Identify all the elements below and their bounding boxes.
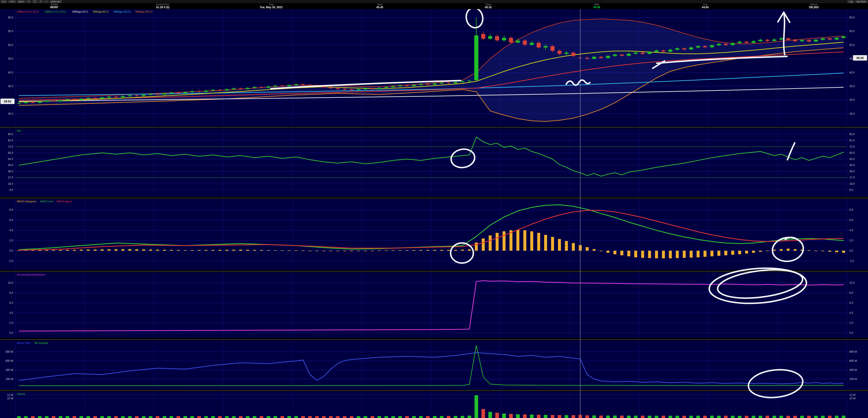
- price-panel[interactable]: 60.060.055.055.050.050.045.045.040.040.0…: [0, 9, 868, 127]
- svg-text:8.0: 8.0: [849, 208, 853, 212]
- svg-text:4.0: 4.0: [9, 311, 13, 315]
- svg-text:0.0: 0.0: [9, 331, 13, 334]
- open-field: Open 45.45: [326, 3, 434, 9]
- svg-text:45.0: 45.0: [8, 57, 13, 60]
- svg-text:29.52: 29.52: [4, 100, 11, 103]
- undo-last-button[interactable]: Undo Last: [50, 0, 62, 3]
- close-field: Close 45.32: [434, 3, 542, 9]
- svg-text:60.0: 60.0: [8, 16, 13, 19]
- volume-value: 292,852: [760, 6, 868, 9]
- svg-text:35.0: 35.0: [8, 85, 13, 88]
- draw-pencil-tool-icon[interactable]: ✎: [26, 0, 31, 3]
- svg-text:2.0: 2.0: [9, 239, 13, 242]
- trading-platform: ◫ ▾ 1 D ▾ Day ▾ ✎ ◯ T ⟋ Undo Last Log My…: [0, 0, 868, 418]
- close-value: 45.32: [434, 6, 542, 9]
- quote-header: Symbol MORF Current Price 61.28 0 (0) Ti…: [0, 3, 868, 9]
- svg-text:800 M: 800 M: [849, 350, 857, 353]
- svg-text:MACD Line: MACD Line: [40, 200, 53, 203]
- svg-text:72.0: 72.0: [849, 145, 855, 148]
- svg-text:Volume: Volume: [17, 392, 25, 395]
- aggregation-dropdown[interactable]: Day ▾: [17, 0, 26, 3]
- draw-ellipse-tool-icon[interactable]: ◯: [32, 0, 37, 3]
- svg-text:25.0: 25.0: [849, 112, 855, 116]
- top-toolbar: ◫ ▾ 1 D ▾ Day ▾ ✎ ◯ T ⟋ Undo Last Log My…: [0, 0, 868, 3]
- svg-text:63.0: 63.0: [8, 151, 13, 155]
- macd-panel[interactable]: 8.08.06.06.04.04.02.02.00.00.0-2.0-2.0MA…: [0, 199, 868, 270]
- ad-panel-background[interactable]: [0, 272, 868, 338]
- vol-panel[interactable]: 12 M12 M10 M10 MVolume: [0, 391, 868, 418]
- symbol-field: Symbol MORF: [0, 3, 108, 9]
- svg-text:4.0: 4.0: [849, 311, 853, 315]
- price-panel-background[interactable]: [0, 9, 868, 127]
- svg-text:400 M: 400 M: [849, 368, 857, 372]
- time-value: Tue, May 25, 2021: [217, 6, 326, 9]
- svg-text:25.0: 25.0: [8, 112, 13, 116]
- svg-text:-2.0: -2.0: [8, 259, 13, 263]
- svg-text:SMA(gp,50,C): SMA(gp,50,C): [93, 10, 108, 13]
- svg-text:400 M: 400 M: [6, 368, 13, 372]
- svg-text:40.0: 40.0: [849, 71, 855, 74]
- svg-text:63.0: 63.0: [849, 151, 855, 155]
- vol-legend: Volume: [17, 392, 25, 395]
- rsi-panel-background[interactable]: [0, 128, 868, 197]
- ad-legend: Accumulation/Distribution: [17, 273, 45, 276]
- svg-text:Accumulation/Distribution: Accumulation/Distribution: [17, 273, 45, 276]
- svg-text:LBB(m=2.0,s 20,C): LBB(m=2.0,s 20,C): [44, 10, 66, 13]
- svg-text:55.0: 55.0: [849, 30, 855, 33]
- svg-text:9.0: 9.0: [9, 188, 13, 192]
- svg-text:72.0: 72.0: [8, 145, 13, 148]
- svg-text:90.0: 90.0: [849, 133, 855, 136]
- svg-text:UBB(m=2.0,s 20,C): UBB(m=2.0,s 20,C): [17, 10, 39, 13]
- svg-text:45.0: 45.0: [849, 164, 855, 167]
- my-charts-button[interactable]: My Charts: [855, 0, 868, 3]
- svg-text:50.0: 50.0: [8, 43, 13, 46]
- high-field: High 46.98: [542, 3, 651, 9]
- chart-stack[interactable]: 60.060.055.055.050.050.045.045.040.040.0…: [0, 0, 868, 418]
- svg-text:8.0: 8.0: [9, 291, 13, 294]
- macd-panel-background[interactable]: [0, 199, 868, 270]
- svg-text:2.0: 2.0: [9, 321, 13, 324]
- draw-line-tool-icon[interactable]: ⟋: [44, 0, 49, 3]
- up-arrow-shaft[interactable]: [784, 12, 785, 55]
- svg-text:9.0: 9.0: [849, 188, 853, 192]
- vol-panel-background[interactable]: [0, 391, 868, 418]
- svg-text:40.0: 40.0: [8, 71, 13, 74]
- rsi-panel[interactable]: 90.090.081.081.072.072.063.063.054.054.0…: [0, 128, 868, 197]
- svg-text:10.0: 10.0: [849, 281, 855, 284]
- current-price-value: 61.28 0 (0): [108, 6, 217, 9]
- svg-text:12 M: 12 M: [7, 393, 13, 396]
- svg-text:4.0: 4.0: [9, 229, 13, 232]
- svg-text:200 M: 200 M: [849, 378, 857, 381]
- svg-text:12 M: 12 M: [849, 393, 856, 396]
- svg-text:Money Flow: Money Flow: [17, 342, 30, 344]
- high-value: 46.98: [542, 6, 651, 9]
- svg-text:0.0: 0.0: [849, 249, 853, 252]
- svg-text:54.0: 54.0: [849, 157, 855, 161]
- low-value: 44.65: [651, 6, 760, 9]
- svg-text:MACD Signal: MACD Signal: [57, 200, 72, 203]
- price-axis-bubble: 45.32: [853, 55, 867, 61]
- mf-panel[interactable]: 800 M800 M600 M600 M400 M400 M200 M200 M…: [0, 341, 868, 390]
- svg-text:10.0: 10.0: [8, 281, 13, 284]
- chart-style-dropdown[interactable]: ◫ ▾: [0, 0, 7, 3]
- svg-text:6.0: 6.0: [9, 301, 13, 304]
- svg-text:MACD Histogram: MACD Histogram: [17, 200, 36, 203]
- volume-field: Volume 292,852: [760, 3, 868, 9]
- log-scale-button[interactable]: Log: [847, 0, 854, 3]
- mf-panel-background[interactable]: [0, 341, 868, 390]
- draw-text-tool-icon[interactable]: T: [38, 0, 43, 3]
- svg-text:0.0: 0.0: [849, 331, 853, 334]
- timeframe-dropdown[interactable]: 1 D ▾: [8, 0, 16, 3]
- svg-text:10 M: 10 M: [7, 397, 13, 400]
- ad-panel[interactable]: 10.010.08.08.06.06.04.04.02.02.00.00.0Ac…: [0, 272, 868, 338]
- svg-text:600 M: 600 M: [6, 359, 13, 362]
- svg-text:81.0: 81.0: [849, 139, 855, 142]
- svg-text:8.0: 8.0: [9, 208, 13, 212]
- svg-text:30.0: 30.0: [849, 98, 855, 101]
- svg-text:8.0: 8.0: [849, 291, 853, 294]
- open-value: 45.45: [326, 6, 434, 9]
- svg-text:18.0: 18.0: [849, 182, 855, 186]
- svg-text:2.0: 2.0: [849, 321, 853, 324]
- svg-text:55.0: 55.0: [8, 30, 13, 33]
- svg-text:6.0: 6.0: [849, 219, 853, 222]
